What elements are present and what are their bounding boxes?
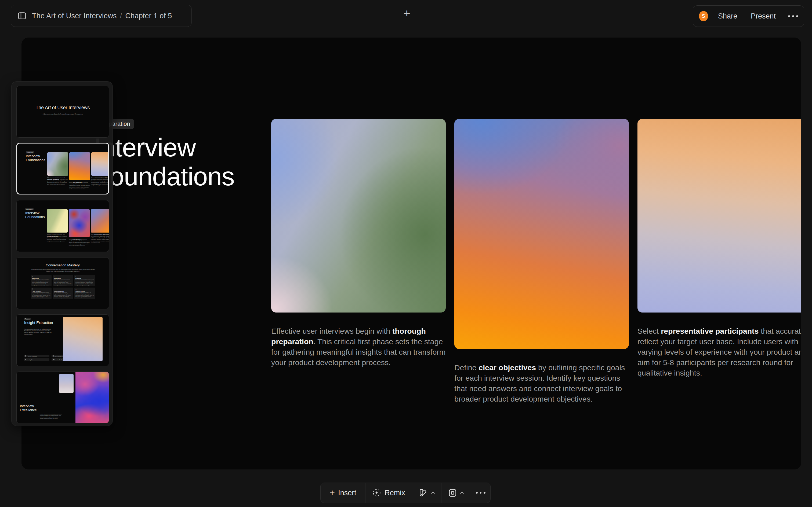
bullet-icon [53,355,54,356]
chevron-up-icon [431,492,435,494]
slide-thumbnail-1[interactable]: The Art of User Interviews A Comprehensi… [16,86,109,137]
gradient-image-card-2[interactable] [454,119,629,349]
gradient-image-card-1[interactable] [271,119,446,313]
ellipsis-icon [792,15,794,17]
eye-icon: ◎ [75,288,94,290]
thumb-gradient-2 [69,209,90,237]
breadcrumb-doc-title[interactable]: The Art of User Interviews [32,12,117,20]
thumb-gradient-3 [91,209,109,233]
thumb-caption: Effective user interviews begin with tho… [47,234,68,242]
caption-text: Select [638,327,661,335]
frame-icon [448,489,457,497]
thumb-subtitle: A Comprehensive Guide for Product Design… [17,113,109,115]
gradient-image-card-3[interactable] [638,119,801,313]
thumb-mini-gradient [59,374,73,393]
more-menu-button[interactable] [788,15,798,17]
avatar[interactable]: S [699,11,708,21]
thumb-list-item: Process Raw Data [24,355,49,357]
command-icon: ⌘ [32,288,50,290]
plus-icon: + [329,488,335,497]
thumb-title: The Art of User Interviews [17,105,109,111]
caption-bold: clear objectives [478,363,536,372]
slide-thumbnail-2-selected[interactable]: Preparation Interview Foundations Effect… [16,143,109,194]
thumb-title: Interview Excellence [20,404,37,412]
ellipsis-icon [788,15,790,17]
thumb-list-item: Identify Patterns [24,358,49,361]
thumb-gradient-1 [47,152,68,176]
insert-label: Insert [338,489,356,497]
thumb-title: Conversation Mastery [17,263,109,267]
plus-icon: + [403,7,410,19]
thumb-title: Insight Extraction [24,321,53,325]
thumb-mini-card: ○ Build rapport Begin with easy warm-up … [53,275,73,286]
caption-text: Define [454,363,478,372]
bullet-icon [25,355,26,356]
caption-bold: representative participants [661,327,759,335]
bullet-icon [25,359,26,360]
thumb-paragraph: After completing interviews, the real wo… [24,329,53,335]
slide-thumbnail-6[interactable]: Interview Excellence Elevate your user i… [16,372,109,423]
thumb-mini-card: ✓ Close thoughtfully Ask for additional … [53,288,73,299]
theme-button[interactable] [412,483,442,503]
share-button[interactable]: Share [718,12,738,20]
bullet-icon [53,359,54,360]
thumb-title: Interview Foundations [26,154,45,162]
thumb-chip: Preparation [26,151,34,154]
card-layout-button[interactable] [442,483,471,503]
toolbar-more-button[interactable] [471,483,490,503]
ellipsis-icon [796,15,798,17]
thumb-caption: Effective user interviews begin with tho… [47,177,68,185]
thumb-chip: Process [24,318,31,320]
card-3-caption[interactable]: Select representative participants that … [638,326,801,378]
chat-icon: ○ [54,276,72,277]
check-icon: ✓ [54,288,72,290]
thumb-caption: Define clear objectives by outlining spe… [69,182,90,190]
search-icon: ⌕ [75,276,94,277]
slide-canvas[interactable]: Preparation Interview Foundations Effect… [21,38,801,469]
remix-sparkle-icon [372,488,381,497]
thumb-chip: Preparation [25,208,34,210]
ellipsis-icon [476,492,486,494]
panel-toggle-icon[interactable] [18,12,26,19]
slide-title-line1: Interview [94,133,235,162]
thumb-mini-card: ◇ Start strong Introduce yourself and te… [31,275,52,286]
add-slide-button[interactable]: + [399,6,414,21]
remix-label: Remix [385,489,405,497]
chevron-up-icon [460,492,464,494]
slide-thumbnails-panel: The Art of User Interviews A Comprehensi… [11,81,113,426]
card-2-caption[interactable]: Define clear objectives by outlining spe… [454,362,629,404]
slide-thumbnail-5[interactable]: Process Insight Extraction After complet… [16,315,109,366]
thumb-mini-card: ⌕ Dive deep Use open-ended questions to … [74,275,95,286]
thumb-mini-card: ◎ Observe and test Present prototypes or… [74,288,95,299]
thumb-paragraph: Elevate your user interview practice wit… [40,413,62,419]
thumb-caption: Define clear objectives by outlining spe… [69,238,90,246]
caption-text: Effective user interviews begin with [271,327,392,335]
topbar-actions: S Share Present [693,5,804,27]
thumb-gradient-image [63,317,103,361]
document-header: The Art of User Interviews/Chapter 1 of … [11,5,192,27]
present-button[interactable]: Present [751,12,776,20]
remix-button[interactable]: Remix [365,483,412,503]
thumb-subtitle: The interview itself is where your prepa… [29,269,96,273]
thumb-caption: Select representative participants that … [91,177,109,186]
slide-title-line2: Foundations [94,162,235,191]
thumb-caption: Select representative participants that … [91,234,109,243]
diamond-icon: ◇ [32,276,50,277]
thumb-gradient-2 [69,152,90,180]
thumb-mini-card: ⌘ Probe effectively Dig deeper into inte… [31,288,52,299]
editor-toolbar: + Insert Remix [320,483,491,503]
slide-title[interactable]: Interview Foundations [94,133,235,191]
breadcrumb[interactable]: The Art of User Interviews/Chapter 1 of … [32,12,172,20]
thumb-title: Interview Foundations [25,211,45,219]
thumb-gradient-3 [91,152,109,176]
thumb-gradient-1 [47,209,68,233]
card-1-caption[interactable]: Effective user interviews begin with tho… [271,326,446,368]
insert-button[interactable]: + Insert [321,483,365,503]
slide-thumbnail-4[interactable]: Conversation Mastery The interview itsel… [16,257,109,309]
breadcrumb-chapter[interactable]: Chapter 1 of 5 [125,12,172,20]
breadcrumb-separator: / [117,12,125,20]
thumb-swirl-gradient [75,372,109,423]
swatchbook-icon [419,489,428,497]
app-window: Preparation Interview Foundations Effect… [0,0,812,507]
slide-thumbnail-3[interactable]: Preparation Interview Foundations Effect… [16,200,109,252]
